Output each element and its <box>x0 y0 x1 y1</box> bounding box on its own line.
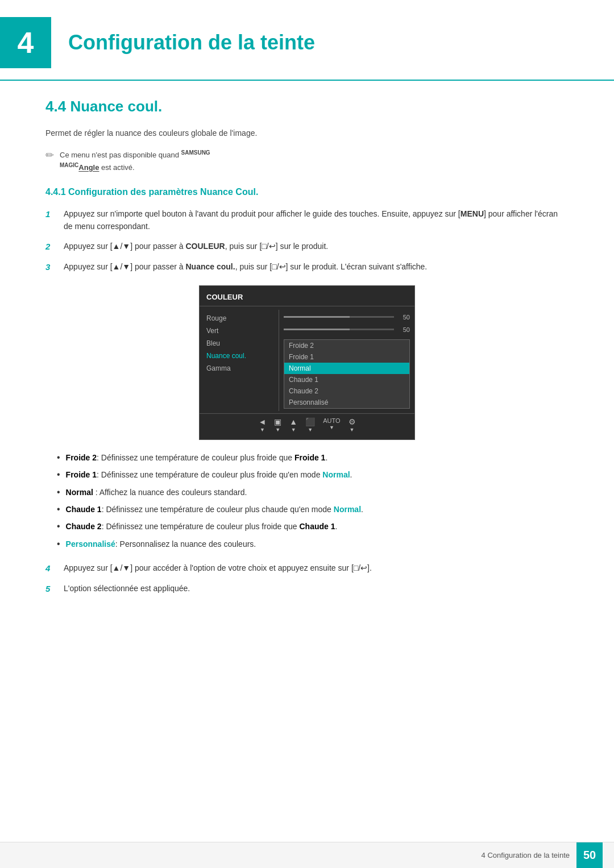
menu-right-panel: 50 50 Froide 2 Froide 1 Normal Chaude 1 … <box>279 310 414 411</box>
back-icon: ◄ <box>258 417 266 426</box>
chapter-header: 4 Configuration de la teinte <box>0 0 614 81</box>
menu-btn-down: ▣ ▼ <box>274 417 281 433</box>
ref-normal-2: Normal <box>334 505 361 514</box>
option-normal: Normal <box>284 363 409 374</box>
menu-btn-enter: ⬛ ▼ <box>305 417 315 433</box>
option-chaude1: Chaude 1 <box>284 374 409 385</box>
option-chaude2: Chaude 2 <box>284 385 409 397</box>
step-number-1: 1 <box>45 207 59 221</box>
bullet-text-froide1: Froide 1: Définissez une température de … <box>66 468 352 481</box>
slider-track-rouge <box>284 316 394 318</box>
settings-label: ▼ <box>350 427 355 433</box>
slider-fill-vert <box>284 329 350 330</box>
menu-btn-auto: AUTO ▼ <box>323 417 340 433</box>
bullet-chaude2: • Chaude 2: Définissez une température d… <box>57 520 569 533</box>
menu-item-vert: Vert <box>200 325 279 337</box>
term-froide1: Froide 1 <box>66 470 97 479</box>
menu-content: Rouge Vert Bleu Nuance coul. Gamma 50 <box>200 310 414 411</box>
note-box: ✏ Ce menu n'est pas disponible quand SAM… <box>45 148 569 173</box>
auto-sublabel: ▼ <box>329 425 334 430</box>
bullet-personnalise: • Personnalisé: Personnalisez la nuance … <box>57 538 569 550</box>
slider-track-vert <box>284 329 394 330</box>
term-chaude2: Chaude 2 <box>66 522 102 531</box>
step-text-3: Appuyez sur [▲/▼] pour passer à Nuance c… <box>64 260 427 273</box>
up-label: ▼ <box>291 427 296 433</box>
enter-icon: ⬛ <box>305 417 315 426</box>
term-normal: Normal <box>66 488 93 497</box>
dropdown-options: Froide 2 Froide 1 Normal Chaude 1 Chaude… <box>284 339 410 409</box>
chapter-title: Configuration de la teinte <box>68 31 315 55</box>
bullet-text-chaude1: Chaude 1: Définissez une température de … <box>66 503 363 516</box>
step-text-2: Appuyez sur [▲/▼] pour passer à COULEUR,… <box>64 240 328 252</box>
down-icon: ▣ <box>274 417 281 426</box>
bullet-froide1: • Froide 1: Définissez une température d… <box>57 468 569 481</box>
note-text: Ce menu n'est pas disponible quand SAMSU… <box>60 148 210 173</box>
step-number-4: 4 <box>45 562 59 575</box>
bullet-text-personnalise: Personnalisé: Personnalisez la nuance de… <box>66 538 256 550</box>
term-froide2: Froide 2 <box>66 453 97 462</box>
step-3: 3 Appuyez sur [▲/▼] pour passer à Nuance… <box>45 260 569 274</box>
step-number-2: 2 <box>45 240 59 254</box>
slider-fill-rouge <box>284 316 350 318</box>
page-footer: 4 Configuration de la teinte 50 <box>0 842 614 868</box>
bullet-normal: • Normal : Affichez la nuance des couleu… <box>57 486 569 499</box>
bullet-dot-5: • <box>57 520 60 533</box>
slider-value-vert: 50 <box>397 326 410 333</box>
menu-item-bleu: Bleu <box>200 337 279 350</box>
bullet-chaude1: • Chaude 1: Définissez une température d… <box>57 503 569 516</box>
main-content: 4.4 Nuance coul. Permet de régler la nua… <box>0 98 614 648</box>
step-number-3: 3 <box>45 260 59 274</box>
settings-icon: ⚙ <box>349 417 356 426</box>
footer-page-number: 50 <box>576 842 603 869</box>
menu-left-panel: Rouge Vert Bleu Nuance coul. Gamma <box>200 310 279 411</box>
step-4: 4 Appuyez sur [▲/▼] pour accéder à l'opt… <box>45 562 569 575</box>
chapter-number: 4 <box>0 17 51 68</box>
bullet-text-froide2: Froide 2: Définissez une température de … <box>66 451 328 464</box>
bullet-dot-1: • <box>57 451 60 464</box>
step-text-1: Appuyez sur n'importe quel bouton à l'av… <box>64 207 569 233</box>
option-froide1: Froide 1 <box>284 351 409 363</box>
menu-item-gamma: Gamma <box>200 362 279 375</box>
bullet-text-normal: Normal : Affichez la nuance des couleurs… <box>66 486 247 499</box>
menu-screenshot: COULEUR Rouge Vert Bleu Nuance coul. Gam… <box>199 285 415 440</box>
menu-item-rouge: Rouge <box>200 312 279 325</box>
up-icon: ▲ <box>289 417 297 426</box>
menu-btn-back: ◄ ▼ <box>258 417 266 433</box>
bullet-dot-6: • <box>57 538 60 550</box>
back-label: ▼ <box>260 427 265 433</box>
slider-rouge: 50 <box>284 312 410 322</box>
term-personnalise: Personnalisé <box>66 539 115 549</box>
slider-vert: 50 <box>284 325 410 335</box>
step-5: 5 L'option sélectionnée est appliquée. <box>45 582 569 596</box>
menu-btn-settings: ⚙ ▼ <box>349 417 356 433</box>
menu-btn-up: ▲ ▼ <box>289 417 297 433</box>
auto-label: AUTO <box>323 417 340 424</box>
step-text-5: L'option sélectionnée est appliquée. <box>64 582 190 595</box>
term-chaude1: Chaude 1 <box>66 505 102 514</box>
subsection-title: 4.4.1 Configuration des paramètres Nuanc… <box>45 187 569 197</box>
option-personnalise: Personnalisé <box>284 397 409 408</box>
step-2: 2 Appuyez sur [▲/▼] pour passer à COULEU… <box>45 240 569 254</box>
footer-section-label: 4 Configuration de la teinte <box>482 851 570 859</box>
section-description: Permet de régler la nuance des couleurs … <box>45 127 569 139</box>
menu-item-nuance: Nuance coul. <box>200 350 279 362</box>
bullet-dot-3: • <box>57 486 60 499</box>
ref-froide1: Froide 1 <box>294 453 325 462</box>
bullet-dot-4: • <box>57 503 60 516</box>
menu-title: COULEUR <box>200 290 414 306</box>
down-label: ▼ <box>275 427 280 433</box>
section-title: 4.4 Nuance coul. <box>45 98 569 115</box>
step-number-5: 5 <box>45 582 59 596</box>
note-icon: ✏ <box>45 149 54 161</box>
steps-list: 1 Appuyez sur n'importe quel bouton à l'… <box>45 207 569 274</box>
menu-icon-row: ◄ ▼ ▣ ▼ ▲ ▼ ⬛ ▼ AUTO ▼ ⚙ ▼ <box>200 413 414 434</box>
bullet-froide2: • Froide 2: Définissez une température d… <box>57 451 569 464</box>
step-text-4: Appuyez sur [▲/▼] pour accéder à l'optio… <box>64 562 372 574</box>
slider-value-rouge: 50 <box>397 314 410 321</box>
bullet-text-chaude2: Chaude 2: Définissez une température de … <box>66 520 338 533</box>
ref-normal-1: Normal <box>322 470 350 479</box>
bullet-dot-2: • <box>57 468 60 481</box>
step-1: 1 Appuyez sur n'importe quel bouton à l'… <box>45 207 569 233</box>
ref-chaude1: Chaude 1 <box>300 522 335 531</box>
bullet-list: • Froide 2: Définissez une température d… <box>57 451 569 550</box>
